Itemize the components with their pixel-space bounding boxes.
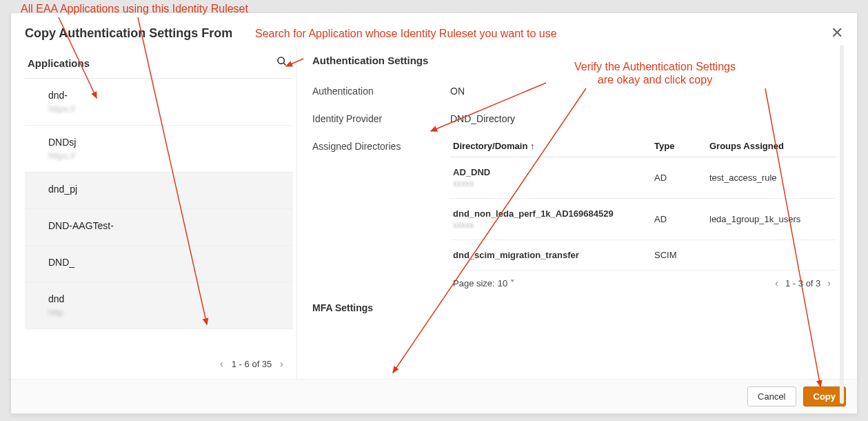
auth-settings-title: Authentication Settings <box>312 55 843 66</box>
page-size-value: 10 <box>498 278 507 288</box>
copy-auth-modal: Copy Authentication Settings From ✕ Appl… <box>10 12 858 414</box>
applications-header: Applications <box>25 48 293 79</box>
dir-name: dnd_scim_migration_transfer <box>453 250 654 260</box>
app-url: http <box>48 307 286 317</box>
value-authentication: ON <box>450 86 465 97</box>
dir-groups: leda_1group_1k_users <box>709 214 834 224</box>
applications-pager: ‹ 1 - 6 of 35 › <box>25 349 293 379</box>
directories-pager: Page size: 10 ˅ ‹ 1 - 3 of 3 › <box>450 271 836 295</box>
app-url: https:// <box>48 104 286 114</box>
table-row[interactable]: dnd_non_leda_perf_1k_AD169684529xxxxx AD… <box>450 199 836 240</box>
list-item[interactable]: dnd- https:// <box>25 79 293 126</box>
modal-footer: Cancel Copy <box>11 379 857 413</box>
list-item[interactable]: DND_ <box>25 246 293 282</box>
dir-name: dnd_non_leda_perf_1k_AD169684529 <box>453 208 614 219</box>
modal-body: Applications dnd- https:// DNDsj https:/… <box>11 48 857 379</box>
list-item[interactable]: dnd http <box>25 282 293 329</box>
app-name: dnd- <box>48 90 286 101</box>
svg-point-0 <box>278 57 284 63</box>
close-icon[interactable]: ✕ <box>831 26 843 41</box>
dir-name: AD_DND <box>453 167 490 177</box>
dir-next-page-icon[interactable]: › <box>825 277 834 288</box>
list-item[interactable]: DND-AAGTest- <box>25 209 293 246</box>
prev-page-icon[interactable]: ‹ <box>217 358 226 369</box>
list-item[interactable]: dnd_pj <box>25 173 293 209</box>
modal-title: Copy Authentication Settings From <box>25 26 232 41</box>
auth-settings-panel: Authentication Settings Authentication O… <box>297 48 850 379</box>
col-directory[interactable]: Directory/Domain ↑ <box>453 141 654 151</box>
directories-table: Directory/Domain ↑ Type Groups Assigned … <box>450 135 836 295</box>
row-identity-provider: Identity Provider DND_Directory <box>312 105 843 133</box>
pager-text: 1 - 6 of 35 <box>232 359 272 369</box>
dir-groups: test_access_rule <box>709 173 834 183</box>
dir-type: AD <box>654 173 709 183</box>
next-page-icon[interactable]: › <box>277 358 286 369</box>
table-row[interactable]: dnd_scim_migration_transfer SCIM <box>450 240 836 271</box>
app-name: DND-AAGTest- <box>48 220 286 231</box>
page-size-label: Page size: <box>453 278 495 288</box>
applications-panel: Applications dnd- https:// DNDsj https:/… <box>18 48 297 379</box>
cancel-button[interactable]: Cancel <box>747 386 796 407</box>
row-authentication: Authentication ON <box>312 77 843 105</box>
svg-line-1 <box>283 63 285 65</box>
app-name: dnd <box>48 293 286 304</box>
mfa-settings-title: MFA Settings <box>312 302 843 313</box>
table-header: Directory/Domain ↑ Type Groups Assigned <box>450 135 836 157</box>
table-row[interactable]: AD_DNDxxxxx AD test_access_rule <box>450 157 836 199</box>
modal-header: Copy Authentication Settings From ✕ <box>11 13 857 48</box>
label-assigned-directories: Assigned Directories <box>312 141 450 152</box>
col-type[interactable]: Type <box>654 141 709 151</box>
app-name: DND_ <box>48 257 286 268</box>
label-authentication: Authentication <box>312 86 450 97</box>
dir-type: SCIM <box>654 250 709 260</box>
applications-title: Applications <box>28 57 90 69</box>
chevron-down-icon: ˅ <box>510 278 515 288</box>
dir-prev-page-icon[interactable]: ‹ <box>772 277 781 288</box>
list-item[interactable]: DNDsj https:// <box>25 126 293 173</box>
dir-pager-text: 1 - 3 of 3 <box>785 278 820 288</box>
label-identity-provider: Identity Provider <box>312 113 450 124</box>
page-size-select[interactable]: Page size: 10 ˅ <box>453 278 515 288</box>
applications-list: dnd- https:// DNDsj https:// dnd_pj DND-… <box>25 79 293 349</box>
app-url: https:// <box>48 150 286 161</box>
value-identity-provider: DND_Directory <box>450 113 515 124</box>
app-name: dnd_pj <box>48 184 286 195</box>
dir-type: AD <box>654 214 709 224</box>
search-icon[interactable] <box>276 56 287 70</box>
scrollbar[interactable] <box>840 45 844 404</box>
col-groups[interactable]: Groups Assigned <box>709 141 834 151</box>
app-name: DNDsj <box>48 137 286 148</box>
